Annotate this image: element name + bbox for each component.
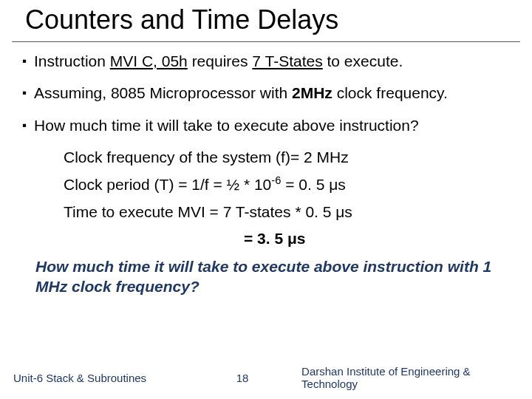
text: requires xyxy=(188,52,253,69)
underline-text: 7 T-States xyxy=(252,52,322,69)
superscript: -6 xyxy=(271,174,281,186)
bullet-icon: ▪ xyxy=(22,52,27,70)
calc-line-1: Clock frequency of the system (f)= 2 MHz xyxy=(64,147,510,168)
bold-text: 2MHz xyxy=(292,84,332,101)
footer: Unit-6 Stack & Subroutines 18 Darshan In… xyxy=(0,365,532,390)
underline-text: MVI C, 05h xyxy=(110,52,188,69)
calc-line-2: Clock period (T) = 1/f = ½ * 10-6 = 0. 5… xyxy=(64,174,510,195)
bullet-2-text: Assuming, 8085 Microprocessor with 2MHz … xyxy=(34,83,448,103)
footer-institute: Darshan Institute of Engineering & Techn… xyxy=(301,365,519,390)
bullet-icon: ▪ xyxy=(22,84,27,102)
follow-up-question: How much time it will take to execute ab… xyxy=(22,256,510,297)
text: Instruction xyxy=(34,52,110,69)
footer-unit: Unit-6 Stack & Subroutines xyxy=(13,372,146,384)
calculation-block: Clock frequency of the system (f)= 2 MHz… xyxy=(64,147,510,222)
calc-line-3: Time to execute MVI = 7 T-states * 0. 5 … xyxy=(64,202,510,222)
bullet-3: ▪ How much time it will take to execute … xyxy=(22,115,510,135)
bullet-icon: ▪ xyxy=(22,117,27,134)
calc-result: = 3. 5 μs xyxy=(244,230,510,248)
text: Clock period (T) = 1/f = ½ * 10 xyxy=(64,176,271,193)
content-region: ▪ Instruction MVI C, 05h requires 7 T-St… xyxy=(0,42,532,297)
text: clock frequency. xyxy=(332,84,448,101)
text: = 0. 5 μs xyxy=(281,176,345,193)
bullet-3-text: How much time it will take to execute ab… xyxy=(34,115,419,135)
title-region: Counters and Time Delays xyxy=(12,0,520,42)
text: to execute. xyxy=(323,52,403,69)
bullet-1: ▪ Instruction MVI C, 05h requires 7 T-St… xyxy=(22,51,510,71)
bullet-1-text: Instruction MVI C, 05h requires 7 T-Stat… xyxy=(34,51,403,71)
slide-title: Counters and Time Delays xyxy=(25,4,507,35)
text: Assuming, 8085 Microprocessor with xyxy=(34,84,292,101)
footer-page-number: 18 xyxy=(198,372,287,384)
bullet-2: ▪ Assuming, 8085 Microprocessor with 2MH… xyxy=(22,83,510,103)
